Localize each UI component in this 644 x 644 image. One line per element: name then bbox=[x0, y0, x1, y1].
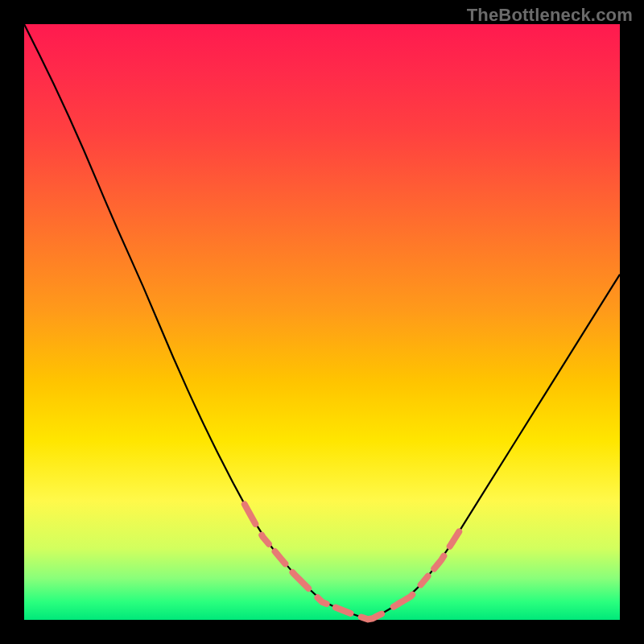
watermark-label: TheBottleneck.com bbox=[467, 5, 633, 26]
curve-svg bbox=[24, 24, 620, 620]
chart-frame: TheBottleneck.com bbox=[0, 0, 644, 644]
highlight-segment-left bbox=[245, 504, 382, 619]
bottleneck-curve bbox=[24, 24, 620, 618]
highlight-segment-right bbox=[394, 532, 459, 607]
plot-area bbox=[24, 24, 620, 620]
